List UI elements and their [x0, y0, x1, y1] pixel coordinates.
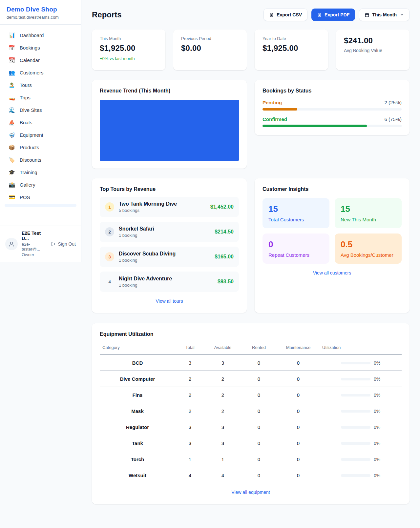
sidebar-item-label: Tours	[20, 82, 32, 88]
cell-maintenance: 0	[277, 387, 320, 403]
sidebar-item-label: Training	[20, 170, 37, 175]
status-row-pending: Pending 2 (25%)	[262, 100, 402, 111]
table-row: Fins 2 2 0 0 0%	[100, 387, 402, 403]
cell-category: Mask	[100, 403, 175, 419]
equipment-utilization-title: Equipment Utilization	[100, 331, 402, 337]
status-row-confirmed: Confirmed 6 (75%)	[262, 116, 402, 127]
column-header-total: Total	[175, 342, 205, 355]
sidebar-item-label: Bookings	[20, 45, 40, 51]
graduation-cap-icon: 🎓	[9, 170, 15, 175]
cell-rented: 0	[241, 355, 277, 371]
equipment-table: Category Total Available Rented Maintena…	[100, 342, 402, 483]
sidebar-item-tours[interactable]: 🏝️ Tours	[4, 79, 77, 91]
cell-total: 4	[175, 467, 205, 483]
stat-value: $0.00	[181, 44, 239, 53]
cell-category: Regulator	[100, 419, 175, 435]
user-role: Owner	[22, 252, 47, 257]
tour-row[interactable]: 1 Two Tank Morning Dive 5 bookings $1,45…	[100, 197, 239, 217]
sidebar-item-boats[interactable]: ⛵ Boats	[4, 116, 77, 129]
cell-category: Fins	[100, 387, 175, 403]
customer-insights-title: Customer Insights	[262, 186, 402, 192]
utilization-bar	[341, 410, 370, 413]
people-icon: 👥	[9, 70, 15, 75]
sidebar-item-reports-partial[interactable]	[5, 204, 76, 207]
rank-badge: 1	[105, 202, 114, 212]
tour-revenue: $93.50	[218, 279, 234, 285]
sidebar-nav: 📊 Dashboard 📅 Bookings 📆 Calendar 👥 Cust…	[0, 25, 81, 226]
shop-domain: demo.test.divestreams.com	[7, 15, 74, 20]
sidebar-item-gallery[interactable]: 📸 Gallery	[4, 179, 77, 191]
sidebar-item-discounts[interactable]: 🏷️ Discounts	[4, 154, 77, 166]
cell-total: 2	[175, 403, 205, 419]
person-icon	[9, 241, 14, 247]
cell-available: 3	[205, 419, 241, 435]
cell-available: 3	[205, 355, 241, 371]
cell-maintenance: 0	[277, 371, 320, 387]
stat-card-previous-period: Previous Period $0.00	[173, 30, 247, 70]
view-all-equipment-link[interactable]: View all equipment	[231, 490, 270, 495]
sidebar-item-training[interactable]: 🎓 Training	[4, 166, 77, 178]
cell-category: Torch	[100, 451, 175, 467]
utilization-percent: 0%	[374, 376, 380, 382]
tile-avg-bookings-customer: 0.5 Avg Bookings/Customer	[335, 234, 402, 264]
tile-label: New This Month	[341, 217, 396, 222]
view-all-customers-link[interactable]: View all customers	[313, 270, 351, 275]
sidebar-item-customers[interactable]: 👥 Customers	[4, 67, 77, 79]
stat-label: Previous Period	[181, 36, 239, 41]
cell-rented: 0	[241, 467, 277, 483]
sidebar-item-trips[interactable]: 🚤 Trips	[4, 91, 77, 104]
tour-revenue: $1,452.00	[210, 204, 234, 210]
tour-row[interactable]: 4 Night Dive Adventure 1 booking $93.50	[100, 272, 239, 292]
utilization-percent: 0%	[374, 473, 380, 478]
stat-label: This Month	[100, 36, 158, 41]
utilization-percent: 0%	[374, 457, 380, 462]
cell-total: 3	[175, 419, 205, 435]
tour-row[interactable]: 3 Discover Scuba Diving 1 booking $165.0…	[100, 247, 239, 267]
charts-row: Revenue Trend (This Month) Bookings by S…	[92, 80, 410, 169]
stat-value: $1,925.00	[262, 44, 320, 53]
column-header-available: Available	[205, 342, 241, 355]
tour-row[interactable]: 2 Snorkel Safari 1 booking $214.50	[100, 222, 239, 242]
sidebar-item-bookings[interactable]: 📅 Bookings	[4, 42, 77, 54]
package-icon: 📦	[9, 145, 15, 150]
sidebar-item-equipment[interactable]: 🤿 Equipment	[4, 129, 77, 141]
table-row: Dive Computer 2 2 0 0 0%	[100, 371, 402, 387]
sidebar-item-dive-sites[interactable]: 🌊 Dive Sites	[4, 104, 77, 116]
sidebar-item-pos[interactable]: 💳 POS	[4, 191, 77, 203]
cell-rented: 0	[241, 451, 277, 467]
dashboard-icon: 📊	[9, 33, 15, 38]
export-csv-button[interactable]: Export CSV	[263, 9, 307, 21]
file-download-icon	[269, 12, 274, 17]
tour-revenue: $165.00	[215, 254, 234, 260]
sidebar-item-label: Trips	[20, 95, 31, 100]
tour-bookings: 1 booking	[119, 258, 210, 263]
column-header-rented: Rented	[241, 342, 277, 355]
user-name: E2E Test U...	[22, 231, 47, 241]
bookings-by-status-card: Bookings by Status Pending 2 (25%) Confi…	[255, 80, 410, 135]
stat-value: $241.00	[344, 36, 402, 45]
period-dropdown[interactable]: This Month	[359, 9, 410, 21]
stat-label: Year to Date	[262, 36, 320, 41]
equipment-utilization-card: Equipment Utilization Category Total Ava…	[92, 323, 410, 504]
cell-maintenance: 0	[277, 467, 320, 483]
tour-name: Discover Scuba Diving	[119, 251, 210, 257]
export-pdf-button[interactable]: Export PDF	[311, 9, 355, 21]
sidebar-item-dashboard[interactable]: 📊 Dashboard	[4, 29, 77, 41]
rank-badge: 3	[105, 252, 114, 261]
view-all-tours-link[interactable]: View all tours	[156, 298, 183, 304]
period-label: This Month	[372, 12, 397, 17]
island-icon: 🏝️	[9, 83, 15, 88]
table-row: Wetsuit 4 4 0 0 0%	[100, 467, 402, 483]
export-csv-label: Export CSV	[277, 12, 302, 17]
cell-rented: 0	[241, 419, 277, 435]
status-label: Pending	[262, 100, 282, 105]
calendar-icon	[365, 12, 369, 17]
shop-name[interactable]: Demo Dive Shop	[7, 6, 74, 13]
sidebar-item-label: Dive Sites	[20, 107, 42, 113]
cell-available: 1	[205, 451, 241, 467]
sidebar-item-calendar[interactable]: 📆 Calendar	[4, 54, 77, 66]
rank-badge: 2	[105, 227, 114, 236]
sign-out-button[interactable]: Sign Out	[51, 241, 76, 247]
sailboat-icon: ⛵	[9, 120, 15, 125]
sidebar-item-products[interactable]: 📦 Products	[4, 141, 77, 153]
